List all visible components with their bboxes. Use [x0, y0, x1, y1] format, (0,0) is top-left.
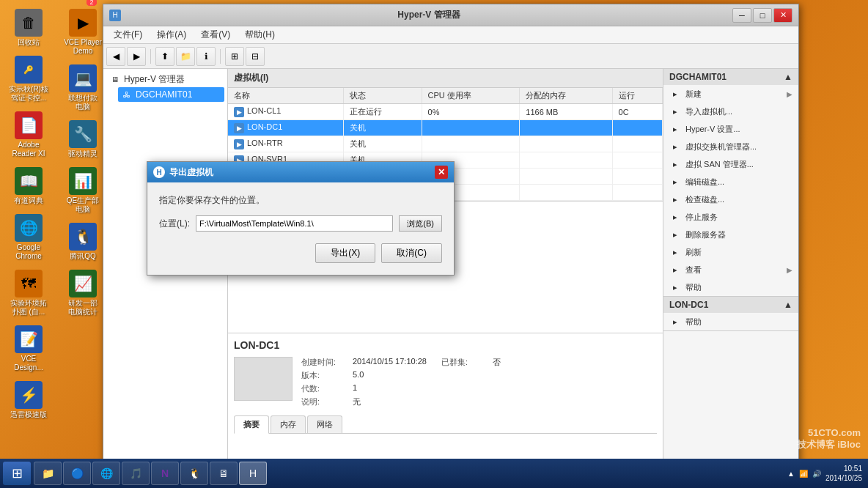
table-row[interactable]: ▶LON-CL1 正在运行 0% 1166 MB 0C: [228, 104, 663, 120]
table-row[interactable]: ▶LON-DC1 关机: [228, 120, 663, 136]
col-status[interactable]: 状态: [343, 88, 422, 104]
col-name[interactable]: 名称: [228, 88, 343, 104]
maximize-button[interactable]: □: [753, 8, 772, 23]
cell-runtime: [612, 152, 662, 169]
action-label: 检查磁盘...: [685, 194, 724, 205]
desktop-icon-adobe[interactable]: 📄 AdobeReader XI: [3, 108, 54, 161]
action-item[interactable]: ▸ 停止服务: [663, 208, 798, 226]
export-dialog: H 导出虚拟机 ✕ 指定你要保存文件的位置。 位置(L): 浏览(B) 导出(X…: [147, 161, 455, 276]
action-icon: ▸: [669, 281, 681, 293]
menu-help[interactable]: 帮助(H): [238, 27, 282, 42]
close-button[interactable]: ✕: [773, 8, 792, 23]
action-item[interactable]: ▸ 刷新: [663, 243, 798, 261]
dialog-cancel-button[interactable]: 取消(C): [381, 243, 442, 263]
taskbar-item-media[interactable]: 🎵: [122, 462, 150, 485]
dialog-browse-button[interactable]: 浏览(B): [399, 215, 442, 232]
desktop-icon-topo[interactable]: 🗺 实验环境拓扑图 (自...: [3, 267, 54, 319]
action-label: Hyper-V 设置...: [685, 124, 740, 135]
tab-network[interactable]: 网络: [307, 415, 342, 433]
vm-detail-section: LON-DC1 创建时间: 2014/10/15 17:10:28 已群集: 否: [228, 333, 663, 466]
recyclebin-icon: 🗑: [15, 9, 43, 37]
action-item[interactable]: ▸ 检查磁盘...: [663, 191, 798, 208]
dialog-location-input[interactable]: [196, 215, 393, 232]
qe-badge: 2: [87, 0, 97, 6]
toolbar-back[interactable]: ◀: [106, 47, 125, 66]
dialog-instruction: 指定你要保存文件的位置。: [159, 194, 442, 207]
windows-logo-icon: ⊞: [12, 465, 23, 481]
value-note: 无: [353, 396, 361, 407]
menu-action[interactable]: 操作(A): [150, 27, 194, 42]
desktop-icon-driver[interactable]: 🔧 驱动精灵: [57, 117, 108, 161]
cell-status: 正在运行: [343, 104, 422, 120]
tree-root[interactable]: 🖥 Hyper-V 管理器: [106, 72, 224, 87]
toolbar-folder[interactable]: 📁: [176, 47, 195, 66]
taskbar-item-qq2[interactable]: 🐧: [180, 462, 208, 485]
minimize-button[interactable]: ─: [732, 8, 751, 23]
desktop-icon-vceplayer[interactable]: ▶ VCE PlayerDemo: [57, 6, 108, 59]
toolbar-btn3[interactable]: ⊞: [225, 47, 244, 66]
action-icon: ▸: [669, 141, 681, 152]
desktop-icon-lenovo[interactable]: 💻 联想付款电脑 2: [57, 62, 108, 114]
detail-row-version: 版本: 5.0: [301, 370, 657, 381]
action-sub-icon: ▸: [669, 316, 681, 328]
action-item[interactable]: ▸ 帮助: [663, 278, 798, 296]
detail-thumbnail: [234, 357, 293, 401]
vceplayer-label: VCE PlayerDemo: [64, 38, 102, 56]
action-item[interactable]: ▸ 虚拟交换机管理器...: [663, 138, 798, 155]
tray-arrow-icon[interactable]: ▲: [787, 470, 795, 478]
tree-child[interactable]: 🖧 DGCHAMIT01: [118, 87, 224, 102]
dialog-title-text: 导出虚拟机: [169, 166, 213, 179]
action-item[interactable]: ▸ 新建 ▶: [663, 85, 798, 103]
action-sub-label: 帮助: [685, 317, 702, 328]
taskbar-item-hyperv[interactable]: H: [239, 462, 267, 485]
desktop-icon-chrome[interactable]: 🌐 GoogleChrome 2: [3, 211, 54, 264]
desktop-icon-auth[interactable]: 🔑 实示秋(R)核驾证卡控... 2: [3, 53, 54, 106]
desktop-icon-rd[interactable]: 📈 研发一部电脑统计: [57, 267, 108, 319]
toolbar-btn4[interactable]: ⊟: [246, 47, 265, 66]
action-item[interactable]: ▸ 查看 ▶: [663, 261, 798, 278]
action-sub-item[interactable]: ▸ 帮助: [663, 313, 798, 330]
action-icon: ▸: [669, 106, 681, 117]
action-item[interactable]: ▸ 虚拟 SAN 管理器...: [663, 155, 798, 173]
actions-main-items: ▸ 新建 ▶ ▸ 导入虚拟机... ▸ Hyper-V 设置... ▸ 虚拟交换…: [663, 85, 798, 296]
taskbar-item-baidu[interactable]: 🔵: [63, 462, 91, 485]
menu-view[interactable]: 查看(V): [194, 27, 238, 42]
taskbar-item-vm[interactable]: 🖥: [210, 462, 238, 485]
desktop-icon-vce[interactable]: 📝 VCEDesign...: [3, 322, 54, 375]
taskbar-clock[interactable]: 10:51 2014/10/25: [825, 464, 862, 483]
toolbar-forward[interactable]: ▶: [127, 47, 146, 66]
taskbar-item-onenote[interactable]: N: [151, 462, 179, 485]
toolbar-up[interactable]: ⬆: [155, 47, 174, 66]
thunder-icon: ⚡: [15, 381, 43, 409]
detail-row-note: 说明: 无: [301, 396, 657, 407]
taskbar-item-explorer[interactable]: 📁: [34, 462, 62, 485]
taskbar-item-ie[interactable]: 🌐: [92, 462, 120, 485]
col-runtime[interactable]: 运行: [612, 88, 662, 104]
desktop-icon-thunder[interactable]: ⚡ 迅雷极速版 2: [3, 378, 54, 422]
action-item[interactable]: ▸ 导入虚拟机...: [663, 103, 798, 120]
desktop-icon-qe[interactable]: 📊 QE生产部电脑 2: [57, 164, 108, 217]
col-memory[interactable]: 分配的内存: [520, 88, 612, 104]
start-button[interactable]: ⊞: [3, 462, 31, 485]
dialog-export-button[interactable]: 导出(X): [315, 243, 375, 263]
dialog-close-button[interactable]: ✕: [435, 166, 448, 179]
desktop-icon-qq[interactable]: 🐧 腾讯QQ: [57, 220, 108, 264]
desktop-icon-youdao[interactable]: 📖 有道词典 2: [3, 164, 54, 208]
desktop-icon-recyclebin[interactable]: 🗑 回收站: [3, 6, 54, 50]
menu-file[interactable]: 文件(F): [106, 27, 150, 42]
action-label: 虚拟 SAN 管理器...: [685, 159, 754, 170]
hyperv-taskbar-icon: H: [246, 466, 260, 481]
detail-content: 创建时间: 2014/10/15 17:10:28 已群集: 否 版本: 5.0…: [234, 357, 657, 410]
action-item[interactable]: ▸ 删除服务器: [663, 226, 798, 243]
col-cpu[interactable]: CPU 使用率: [422, 88, 520, 104]
action-item[interactable]: ▸ 编辑磁盘...: [663, 173, 798, 191]
tab-summary[interactable]: 摘要: [234, 415, 269, 434]
desktop-icons: 🗑 回收站 🔑 实示秋(R)核驾证卡控... 2 📄 AdobeReader X…: [0, 0, 95, 454]
action-label: 虚拟交换机管理器...: [685, 141, 757, 152]
toolbar-info[interactable]: ℹ: [196, 47, 216, 66]
tab-memory[interactable]: 内存: [271, 415, 306, 433]
action-item[interactable]: ▸ Hyper-V 设置...: [663, 120, 798, 138]
taskbar: ⊞ 📁 🔵 🌐 🎵 N 🐧 🖥: [0, 459, 868, 488]
thunder-label: 迅雷极速版: [10, 410, 47, 419]
table-row[interactable]: ▶LON-RTR 关机: [228, 136, 663, 152]
